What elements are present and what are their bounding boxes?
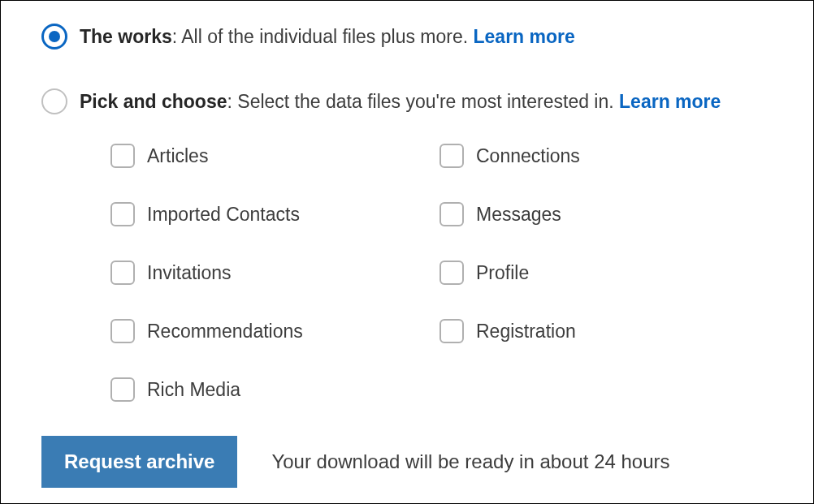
- checkbox-item-profile[interactable]: Profile: [439, 261, 773, 285]
- checkbox-item-messages[interactable]: Messages: [439, 202, 773, 226]
- checkbox-rich-media[interactable]: [110, 377, 135, 402]
- checkbox-articles[interactable]: [110, 144, 135, 168]
- checkbox-imported-contacts[interactable]: [110, 202, 135, 226]
- option-desc: : All of the individual files plus more.: [172, 26, 474, 47]
- option-title: Pick and choose: [80, 91, 227, 112]
- checkbox-messages[interactable]: [439, 202, 464, 226]
- checkbox-item-invitations[interactable]: Invitations: [110, 261, 439, 285]
- option-title: The works: [80, 26, 172, 47]
- learn-more-link[interactable]: Learn more: [474, 26, 575, 47]
- checkbox-item-imported-contacts[interactable]: Imported Contacts: [110, 202, 439, 226]
- checkbox-label: Registration: [476, 321, 576, 342]
- checkbox-label: Messages: [476, 204, 561, 226]
- request-archive-button[interactable]: Request archive: [41, 436, 237, 488]
- option-desc: : Select the data files you're most inte…: [227, 91, 620, 112]
- checkbox-item-connections[interactable]: Connections: [439, 144, 773, 168]
- radio-label-pick: Pick and choose: Select the data files y…: [80, 88, 721, 114]
- learn-more-link[interactable]: Learn more: [619, 91, 721, 112]
- checkbox-item-articles[interactable]: Articles: [110, 144, 439, 168]
- checkbox-label: Recommendations: [147, 321, 303, 342]
- checkbox-connections[interactable]: [439, 144, 464, 168]
- checkbox-recommendations[interactable]: [110, 319, 135, 343]
- checkbox-item-recommendations[interactable]: Recommendations: [110, 319, 439, 343]
- radio-pick-and-choose[interactable]: [41, 88, 67, 114]
- checkbox-registration[interactable]: [439, 319, 464, 343]
- checkbox-grid: Articles Connections Imported Contacts M…: [41, 144, 773, 402]
- checkbox-label: Profile: [476, 262, 529, 284]
- checkbox-label: Invitations: [147, 262, 232, 284]
- checkbox-item-registration[interactable]: Registration: [439, 319, 773, 343]
- checkbox-profile[interactable]: [439, 261, 464, 285]
- checkbox-label: Imported Contacts: [147, 204, 300, 226]
- radio-label-the-works: The works: All of the individual files p…: [80, 24, 575, 50]
- export-data-panel: The works: All of the individual files p…: [0, 0, 814, 504]
- checkbox-label: Connections: [476, 145, 580, 167]
- checkbox-invitations[interactable]: [110, 261, 135, 285]
- download-hint-text: Your download will be ready in about 24 …: [271, 450, 669, 473]
- checkbox-item-rich-media[interactable]: Rich Media: [110, 377, 439, 402]
- radio-the-works[interactable]: [41, 24, 67, 50]
- checkbox-label: Rich Media: [147, 379, 240, 401]
- bottom-row: Request archive Your download will be re…: [41, 436, 773, 488]
- option-the-works[interactable]: The works: All of the individual files p…: [41, 24, 773, 50]
- option-pick-and-choose[interactable]: Pick and choose: Select the data files y…: [41, 88, 773, 114]
- checkbox-label: Articles: [147, 145, 208, 167]
